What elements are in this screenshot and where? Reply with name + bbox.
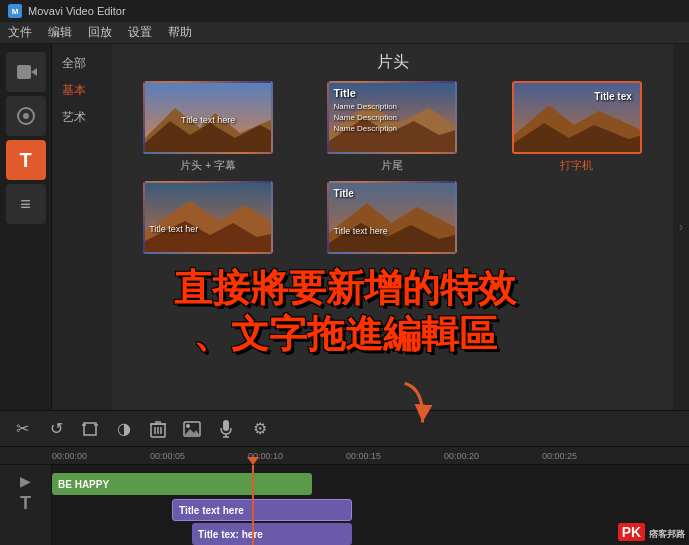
template-card-0[interactable]: Title text here 片头 + 字幕 bbox=[120, 81, 296, 173]
thumb-label-0: Title text here bbox=[145, 111, 271, 129]
clip-be-happy[interactable]: BE HAPPY bbox=[52, 473, 312, 495]
template-name-1: 片尾 bbox=[381, 158, 403, 173]
time-5: 00:00:25 bbox=[542, 451, 577, 461]
template-card-3[interactable]: Title text her bbox=[120, 181, 296, 258]
sidebar-btn-titles[interactable]: T bbox=[6, 140, 46, 180]
template-thumb-0: Title text here bbox=[143, 81, 273, 154]
sidebar-btn-audio[interactable] bbox=[6, 96, 46, 136]
thumb-label-2: Title tex bbox=[594, 91, 632, 102]
svg-marker-1 bbox=[31, 68, 37, 76]
chevron-right-icon: › bbox=[679, 220, 683, 234]
section-title: 片头 bbox=[120, 52, 665, 73]
sidebar: T ≡ bbox=[0, 44, 52, 410]
time-0: 00:00:00 bbox=[52, 451, 87, 461]
mic-button[interactable] bbox=[212, 415, 240, 443]
svg-point-29 bbox=[186, 424, 190, 428]
pk-logo: PK 痞客邦路 bbox=[618, 524, 685, 541]
delete-button[interactable] bbox=[144, 415, 172, 443]
track-labels: ▶ T bbox=[0, 465, 52, 545]
app-icon: M bbox=[8, 4, 22, 18]
cat-all[interactable]: 全部 bbox=[56, 52, 108, 75]
template-name-2: 打字机 bbox=[560, 158, 593, 173]
settings-button[interactable]: ⚙ bbox=[246, 415, 274, 443]
tracks-content: BE HAPPY Title text here Title tex: here bbox=[52, 465, 689, 545]
main-area: T ≡ 全部 基本 艺术 片头 bbox=[0, 44, 689, 410]
svg-point-3 bbox=[23, 113, 29, 119]
menu-playback[interactable]: 回放 bbox=[88, 24, 112, 41]
menu-bar: 文件 编辑 回放 设置 帮助 bbox=[0, 22, 689, 44]
menu-help[interactable]: 帮助 bbox=[168, 24, 192, 41]
scroll-arrow[interactable]: › bbox=[673, 44, 689, 410]
template-name-0: 片头 + 字幕 bbox=[180, 158, 237, 173]
clip-title2[interactable]: Title tex: here bbox=[192, 523, 352, 545]
crop-button[interactable] bbox=[76, 415, 104, 443]
time-ruler: 00:00:00 00:00:05 00:00:10 00:00:15 00:0… bbox=[0, 447, 689, 465]
menu-settings[interactable]: 设置 bbox=[128, 24, 152, 41]
svg-rect-31 bbox=[223, 420, 229, 431]
pk-brand: PK bbox=[618, 523, 645, 541]
title-bar: M Movavi Video Editor bbox=[0, 0, 689, 22]
track-label-1: T bbox=[20, 493, 31, 514]
color-button[interactable]: ◑ bbox=[110, 415, 138, 443]
thumb-label-3: Title text her bbox=[149, 224, 198, 234]
cut-button[interactable]: ✂ bbox=[8, 415, 36, 443]
panel-layout: 全部 基本 艺术 片头 bbox=[52, 44, 689, 410]
menu-edit[interactable]: 编辑 bbox=[48, 24, 72, 41]
template-card-1[interactable]: Title Name DescriptionName DescriptionNa… bbox=[304, 81, 480, 173]
time-1: 00:00:05 bbox=[150, 451, 185, 461]
bottom-section: ✂ ↺ ◑ ⚙ 00:00:00 00:00:05 00:00:10 00:00… bbox=[0, 410, 689, 545]
template-thumb-4: Title Title text here bbox=[327, 181, 457, 254]
templates-area: 片头 bbox=[112, 44, 673, 410]
category-list: 全部 基本 艺术 bbox=[52, 44, 112, 410]
thumb-desc-1: Name DescriptionName DescriptionName Des… bbox=[333, 101, 397, 135]
playhead bbox=[252, 465, 254, 545]
cat-basic[interactable]: 基本 bbox=[56, 79, 108, 102]
track-label-0: ▶ bbox=[20, 473, 31, 489]
cat-art[interactable]: 艺术 bbox=[56, 106, 108, 129]
sidebar-btn-effects[interactable]: ≡ bbox=[6, 184, 46, 224]
template-thumb-2: Title tex bbox=[512, 81, 642, 154]
template-thumb-3: Title text her bbox=[143, 181, 273, 254]
timeline: 00:00:00 00:00:05 00:00:10 00:00:15 00:0… bbox=[0, 447, 689, 545]
thumb-title-4: Title bbox=[333, 188, 353, 199]
timeline-tracks: ▶ T BE HAPPY Title text here Title tex: … bbox=[0, 465, 689, 545]
thumb-title-1: Title bbox=[333, 87, 355, 99]
toolbar: ✂ ↺ ◑ ⚙ bbox=[0, 411, 689, 447]
app-title: Movavi Video Editor bbox=[28, 5, 126, 17]
sidebar-btn-video[interactable] bbox=[6, 52, 46, 92]
svg-rect-0 bbox=[17, 65, 31, 79]
svg-marker-30 bbox=[184, 429, 200, 436]
time-4: 00:00:20 bbox=[444, 451, 479, 461]
time-3: 00:00:15 bbox=[346, 451, 381, 461]
template-card-2[interactable]: Title tex 打字机 bbox=[489, 81, 665, 173]
pk-sub: 痞客邦路 bbox=[649, 529, 685, 539]
menu-file[interactable]: 文件 bbox=[8, 24, 32, 41]
templates-grid: Title text here 片头 + 字幕 bbox=[120, 81, 665, 258]
thumb-label-4: Title text here bbox=[333, 226, 387, 236]
template-card-4[interactable]: Title Title text here bbox=[304, 181, 480, 258]
undo-button[interactable]: ↺ bbox=[42, 415, 70, 443]
clip-title1[interactable]: Title text here bbox=[172, 499, 352, 521]
image-button[interactable] bbox=[178, 415, 206, 443]
template-thumb-1: Title Name DescriptionName DescriptionNa… bbox=[327, 81, 457, 154]
